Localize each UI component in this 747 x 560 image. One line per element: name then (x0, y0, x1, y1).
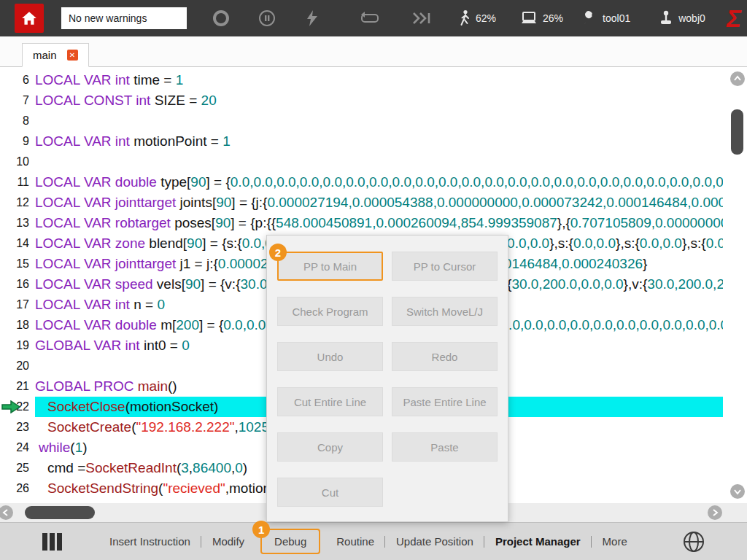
menu-item-switch-movel-j[interactable]: Switch MoveL/J (392, 297, 498, 326)
code-token: motionPoint = (130, 133, 222, 149)
execution-pointer-icon (1, 400, 20, 413)
status-circle-icon[interactable] (212, 9, 231, 28)
toolbar-item-more[interactable]: More (592, 523, 638, 560)
menu-item-paste[interactable]: Paste (392, 432, 498, 462)
speed-indicator[interactable]: 62% (458, 9, 496, 27)
code-token: int0 = (140, 338, 182, 353)
toolbar-item-insert-instruction[interactable]: Insert Instruction (98, 523, 201, 560)
line-number: 13 (0, 213, 35, 233)
code-token: 1 (176, 72, 184, 88)
menu-item-undo[interactable]: Undo (277, 342, 383, 371)
code-token: 90 (216, 195, 231, 210)
line-number: 6 (0, 70, 35, 90)
vertical-scrollbar[interactable] (729, 71, 746, 499)
tool-value: tool01 (603, 12, 630, 24)
code-line[interactable]: LOCAL CONST int SIZE = 20 (35, 90, 723, 111)
code-token: n = (130, 297, 158, 312)
line-number: 25 (0, 458, 35, 478)
line-number: 24 (0, 438, 35, 458)
toolbar-item-label: Routine (336, 535, 374, 548)
code-token: ) (82, 440, 87, 455)
home-icon (20, 9, 38, 27)
code-token: 548.000450891,0.000260094,854.999359087 (276, 215, 557, 230)
scroll-right-button[interactable] (708, 505, 722, 520)
menu-item-copy[interactable]: Copy (277, 432, 383, 462)
loop-run-icon[interactable] (360, 10, 381, 26)
code-token: ] = {v:{ (201, 276, 240, 292)
memory-indicator[interactable]: 26% (519, 10, 563, 26)
menu-item-redo[interactable]: Redo (392, 342, 498, 371)
vertical-scroll-thumb[interactable] (731, 109, 743, 155)
power-bolt-icon[interactable] (305, 9, 320, 27)
code-token: 30.0,200.0,0.0,0.0 (511, 276, 623, 292)
horizontal-scroll-thumb[interactable] (25, 506, 95, 519)
app-root: No new warnings 62% 26% tool01 (0, 0, 747, 560)
code-token: type[ (157, 174, 190, 190)
code-token: ) (243, 460, 247, 475)
code-line[interactable]: LOCAL VAR robtarget poses[90] = {p:{{548… (35, 213, 723, 233)
code-token: m[ (157, 317, 176, 332)
code-line[interactable]: LOCAL VAR int time = 1 (35, 70, 723, 90)
code-token: 0 (157, 297, 165, 312)
code-token: "192.168.2.222" (136, 419, 234, 435)
code-token: 90 (187, 236, 202, 251)
code-line[interactable]: LOCAL VAR double type[90] = {0.0,0.0,0.0… (35, 172, 723, 192)
code-token: "recieved" (163, 481, 225, 496)
code-token: LOCAL VAR int (35, 297, 130, 312)
toolbar-item-routine[interactable]: Routine (325, 523, 385, 560)
fast-forward-icon[interactable] (411, 11, 432, 26)
menu-item-check-program[interactable]: Check Program (277, 297, 383, 326)
code-token: 1 (75, 440, 83, 455)
code-token: () (168, 378, 177, 394)
code-token: 90 (190, 174, 206, 190)
menu-item-pp-to-cursor[interactable]: PP to Cursor (392, 252, 498, 281)
code-token: 0 (182, 338, 190, 353)
pause-icon[interactable] (258, 9, 276, 27)
code-token: LOCAL CONST int (35, 93, 150, 108)
tab-main[interactable]: main ✕ (22, 43, 89, 67)
tool-selector[interactable]: tool01 (582, 10, 630, 26)
toolbar-item-update-position[interactable]: Update Position (385, 523, 484, 560)
menu-item-cut[interactable]: Cut (277, 478, 383, 507)
scroll-down-button[interactable] (730, 484, 745, 499)
code-token: 1025 (239, 419, 269, 435)
toolbar-item-project-manager[interactable]: Project Manager (484, 523, 592, 560)
globe-icon (681, 529, 706, 554)
code-token: 0.0,0.0 (573, 236, 616, 251)
line-number: 15 (0, 254, 35, 274)
menu-item-cut-entire-line[interactable]: Cut Entire Line (277, 387, 383, 416)
language-globe-button[interactable] (681, 529, 706, 554)
code-token: SocketSendString (47, 481, 158, 496)
warning-message-box[interactable]: No new warnings (61, 7, 187, 29)
top-status-bar: No new warnings 62% 26% tool01 (0, 0, 747, 36)
home-button[interactable] (15, 4, 44, 33)
code-line[interactable] (35, 152, 723, 172)
code-token: joints[ (176, 195, 216, 210)
menu-item-paste-entire-line[interactable]: Paste Entire Line (392, 387, 498, 416)
toolbar-item-label: Project Manager (495, 535, 581, 548)
toolbar-item-label: Modify (212, 535, 244, 548)
code-token: },s:{ (682, 236, 706, 251)
workobject-selector[interactable]: wobj0 (658, 9, 705, 27)
joystick-icon (658, 9, 674, 27)
memory-value: 26% (543, 12, 563, 24)
code-token: ] = {p:{{ (231, 215, 276, 230)
code-token: (motionSocket) (125, 399, 219, 414)
code-line[interactable] (35, 111, 723, 131)
line-number: 19 (0, 335, 35, 356)
code-token: 0.707105809,0.000000000,0.707107753,0.00… (570, 215, 723, 230)
scroll-up-button[interactable] (730, 71, 745, 86)
code-token: SocketCreate (47, 419, 131, 435)
code-token: GLOBAL VAR int (35, 338, 140, 353)
toolbar-item-debug[interactable]: Debug1 (260, 529, 320, 554)
line-number: 14 (0, 233, 35, 254)
scroll-left-button[interactable] (0, 505, 13, 520)
panel-columns-icon[interactable] (42, 533, 62, 551)
tab-close-icon[interactable]: ✕ (67, 50, 78, 61)
code-line[interactable]: LOCAL VAR int motionPoint = 1 (35, 131, 723, 152)
menu-item-pp-to-main[interactable]: PP to Main2 (277, 252, 383, 281)
code-token: j1 = j:{ (176, 256, 218, 271)
line-number: 18 (0, 315, 35, 335)
code-line[interactable]: LOCAL VAR jointtarget joints[90] = {j:{0… (35, 192, 723, 213)
toolbar-item-modify[interactable]: Modify (201, 523, 255, 560)
